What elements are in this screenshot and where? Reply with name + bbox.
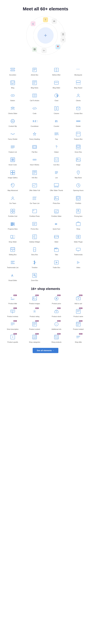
shop-item-product-content[interactable]: WOOProduct content bbox=[24, 320, 45, 332]
element-item-blog-slider[interactable]: Blog Slider bbox=[46, 78, 67, 90]
element-item-map-basic[interactable]: Map Basic bbox=[68, 168, 89, 180]
element-item-code[interactable]: Code bbox=[24, 104, 45, 116]
shop-item-product-name[interactable]: WOOProduct name bbox=[68, 307, 89, 319]
shop-item-shop-products[interactable]: WOOShop products bbox=[46, 332, 67, 344]
shop-item-product-title[interactable]: TWOOProduct tittle bbox=[2, 294, 23, 306]
element-item-portfolio-photo[interactable]: Portfolio Photo bbox=[24, 206, 45, 218]
product-title-icon-wrap: TWOO bbox=[9, 295, 16, 302]
element-item-opening-hours[interactable]: Opening Hours bbox=[68, 180, 89, 192]
svg-point-127 bbox=[33, 210, 34, 211]
shop-item-product-rating[interactable]: WOOProduct rating bbox=[24, 307, 45, 319]
element-item-map-advanced[interactable]: Map Advanced bbox=[2, 180, 23, 192]
element-item-faq[interactable]: ?Faq bbox=[46, 129, 67, 141]
counter-label: Counter bbox=[54, 125, 59, 127]
element-item-sliding-box[interactable]: Sliding Box bbox=[2, 245, 23, 257]
element-item-quick-fact[interactable]: 30Quick Fact bbox=[46, 219, 67, 231]
element-item-contact-box[interactable]: Contact Box bbox=[68, 104, 89, 116]
element-item-icon-box[interactable]: Icon Box bbox=[46, 155, 67, 167]
element-item-sidebar-widget[interactable]: Sidebar Widget bbox=[24, 232, 45, 244]
element-item-countdown[interactable]: 3 2 1Countdown bbox=[24, 116, 45, 128]
element-item-our-team[interactable]: Our Team bbox=[2, 194, 23, 206]
element-item-flat-box[interactable]: Flat Box bbox=[24, 142, 45, 154]
element-item-progress-bars[interactable]: Progress Bars bbox=[2, 219, 23, 231]
element-item-pricing-item[interactable]: $Pricing Item bbox=[68, 206, 89, 218]
element-item-blog-teaser[interactable]: Blog Teaser bbox=[68, 78, 89, 90]
element-item-shop[interactable]: Shop bbox=[68, 219, 89, 231]
shop-item-product-related[interactable]: WOOProduct related bbox=[68, 320, 89, 332]
circle-item-pin: 📍 bbox=[56, 44, 60, 50]
shop-item-additional-info[interactable]: iWOOAdditional info bbox=[46, 320, 67, 332]
element-item-portfolio-grid[interactable]: Portfolio Grid bbox=[2, 206, 23, 218]
element-item-photo-box[interactable]: Photo Box bbox=[46, 194, 67, 206]
element-item-divider[interactable]: Divider bbox=[68, 116, 89, 128]
element-item-article-box[interactable]: Article Box bbox=[24, 65, 45, 77]
contact-box-label: Contact Box bbox=[74, 112, 83, 114]
info-box-label: Info Box bbox=[32, 177, 38, 179]
element-item-clients[interactable]: Clients bbox=[68, 91, 89, 103]
element-item-testimonials-list[interactable]: Testimonials List bbox=[2, 258, 23, 270]
element-item-list[interactable]: List bbox=[46, 168, 67, 180]
svg-rect-233 bbox=[55, 337, 56, 338]
element-item-portfolio-slider[interactable]: Portfolio Slider bbox=[46, 206, 67, 218]
see-all-button[interactable]: See all elements → bbox=[33, 348, 58, 353]
shop-item-product-images[interactable]: WOOProduct images bbox=[24, 294, 45, 306]
element-item-accordion[interactable]: Accordion bbox=[2, 65, 23, 77]
element-item-story-box[interactable]: Story Box bbox=[24, 245, 45, 257]
our-team-label: Our Team bbox=[9, 202, 16, 204]
element-item-fancy-divider[interactable]: Fancy Divider bbox=[2, 129, 23, 141]
fancy-heading-icon bbox=[31, 131, 38, 137]
shop-item-product-price[interactable]: $WOOProduct price bbox=[46, 294, 67, 306]
element-item-helper[interactable]: Helper bbox=[46, 142, 67, 154]
shop-item-product-upsells[interactable]: WOOProduct upsells bbox=[2, 332, 23, 344]
element-item-blog-news[interactable]: Blog News bbox=[24, 78, 45, 90]
element-item-trailer-box[interactable]: Trailer Box bbox=[46, 258, 67, 270]
shop-item-add-to-cart[interactable]: WOOAdd to cart bbox=[68, 294, 89, 306]
short-description-woo-badge: WOO bbox=[13, 320, 17, 322]
element-item-feature-box[interactable]: Feature Box bbox=[68, 129, 89, 141]
element-item-button[interactable]: Button bbox=[2, 91, 23, 103]
element-item-shop-slider[interactable]: Shop Slider bbox=[2, 232, 23, 244]
svg-point-172 bbox=[34, 261, 35, 262]
element-item-hover-box[interactable]: Hover Box bbox=[68, 142, 89, 154]
element-item-offer-slider-thumb[interactable]: Offer Slider Thumb bbox=[46, 180, 67, 192]
before-after-icon: BA bbox=[53, 66, 60, 73]
shop-item-product-reviews[interactable]: WOOProduct reviews bbox=[2, 307, 23, 319]
element-item-hover-color[interactable]: Hover Color bbox=[2, 155, 23, 167]
element-item-how-it-works[interactable]: How It Works bbox=[24, 155, 45, 167]
circle-item-menu: ☰ bbox=[61, 32, 65, 37]
element-item-visual-editor[interactable]: AVisual Editor bbox=[2, 270, 23, 283]
element-item-slider-plugin[interactable]: Slider Plugin bbox=[68, 232, 89, 244]
element-item-portfolio[interactable]: Portfolio bbox=[68, 194, 89, 206]
element-item-zoom-box[interactable]: Zoom Box bbox=[24, 270, 45, 283]
shop-item-shop-title[interactable]: WOOShop tittle bbox=[68, 332, 89, 344]
element-item-tabs[interactable]: Tabs bbox=[46, 245, 67, 257]
hover-box-label: Hover Box bbox=[75, 151, 82, 153]
element-item-offer-slider-full[interactable]: Offer Slider Full bbox=[24, 180, 45, 192]
element-item-column[interactable]: Column bbox=[46, 104, 67, 116]
element-item-chart[interactable]: Chart bbox=[46, 91, 67, 103]
element-item-timeline[interactable]: Timeline bbox=[24, 258, 45, 270]
shop-item-product-stock[interactable]: WOOProduct stock bbox=[46, 307, 67, 319]
element-item-blog[interactable]: Blog bbox=[2, 78, 23, 90]
element-item-info-box[interactable]: Info Box bbox=[24, 168, 45, 180]
timeline-icon bbox=[31, 259, 38, 266]
element-item-call-to-action[interactable]: Call To Action bbox=[24, 91, 45, 103]
shop-item-short-description[interactable]: WOOShort description bbox=[2, 320, 23, 332]
element-item-slider[interactable]: Slider bbox=[46, 232, 67, 244]
element-item-clients-slider[interactable]: Clients Slider bbox=[2, 104, 23, 116]
element-item-fancy-heading[interactable]: Fancy Heading bbox=[24, 129, 45, 141]
element-item-testimonials[interactable]: Testimonials bbox=[68, 245, 89, 257]
element-item-content-wp[interactable]: Content Wp bbox=[2, 116, 23, 128]
element-item-image[interactable]: Image bbox=[68, 155, 89, 167]
product-title-label: Product tittle bbox=[8, 303, 17, 304]
element-item-before-after[interactable]: BABefore After bbox=[46, 65, 67, 77]
element-item-blockquote[interactable]: ""Blockquote bbox=[68, 65, 89, 77]
element-item-feature-list[interactable]: Feature List bbox=[2, 142, 23, 154]
element-item-video[interactable]: Video bbox=[68, 258, 89, 270]
element-item-promo-box[interactable]: Promo Box bbox=[24, 219, 45, 231]
element-item-image-gallery[interactable]: Image Gallery bbox=[2, 168, 23, 180]
element-item-counter[interactable]: 21Counter bbox=[46, 116, 67, 128]
shop-item-shop-categories[interactable]: WOOShop categories bbox=[24, 332, 45, 344]
element-item-our-team-list[interactable]: Our Team List bbox=[24, 194, 45, 206]
button-label: Button bbox=[10, 100, 15, 102]
